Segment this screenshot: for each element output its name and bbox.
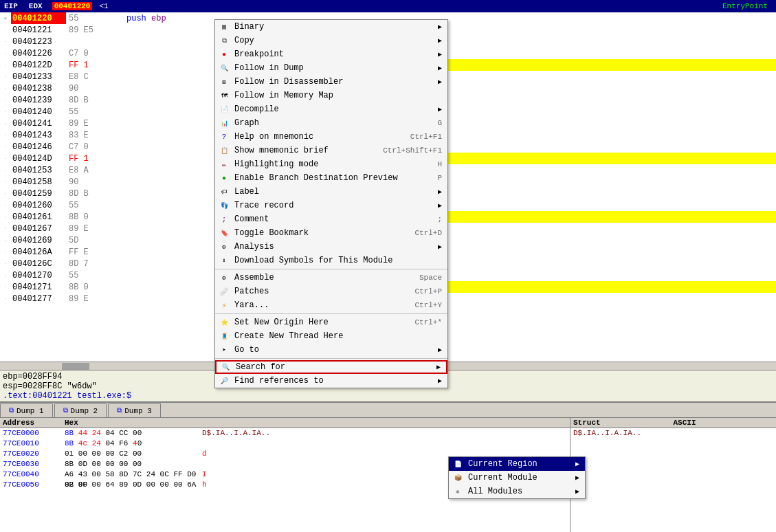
tab-dump1[interactable]: ⧉ Dump 1 xyxy=(0,403,53,417)
analysis-icon: ⚙ xyxy=(218,241,230,253)
copy-icon: ⧉ xyxy=(218,34,230,47)
menu-item-analysis[interactable]: ⚙ Analysis ▶ xyxy=(215,240,447,254)
patches-icon: 🩹 xyxy=(218,285,230,298)
menu-item-comment[interactable]: ; Comment ; xyxy=(215,212,447,226)
menu-label-branch-preview: Enable Branch Destination Preview xyxy=(234,173,398,183)
addr-cell: 00401233 xyxy=(11,71,66,82)
table-row[interactable]: 77CE0010 8B 4c 24 04 F6 40 xyxy=(0,439,570,449)
menu-item-goto[interactable]: ➤ Go to ▶ xyxy=(215,343,447,357)
tab-dump2[interactable]: ⧉ Dump 2 xyxy=(54,403,107,417)
dump-ascii: D$.IA..I.A.IA.. xyxy=(202,428,567,439)
header-bar: EIP EDX 00401220 <1 EntryPoint xyxy=(0,0,776,12)
submenu-item-current-module[interactable]: 📦 Current Module ▶ xyxy=(449,471,585,485)
menu-label-binary: Binary xyxy=(234,22,264,32)
menu-item-find-references[interactable]: 🔎 Find references to ▶ xyxy=(215,374,447,388)
menu-item-show-brief[interactable]: 📋 Show mnemonic brief Ctrl+Shift+F1 xyxy=(215,144,447,157)
current-module-icon: 📦 xyxy=(452,472,464,484)
addr-cell: 00401253 xyxy=(11,164,66,176)
addr-cell: 00401269 xyxy=(11,234,66,246)
dot-icon: ● xyxy=(4,15,8,21)
help-icon: ? xyxy=(218,131,230,143)
struct-col: Struct xyxy=(573,419,674,427)
hex-cell: 83 E xyxy=(66,129,121,141)
menu-item-assemble[interactable]: ⚙ Assemble Space xyxy=(215,271,447,285)
menu-item-toggle-bookmark[interactable]: 🔖 Toggle Bookmark Ctrl+D xyxy=(215,226,447,240)
ascii-row[interactable]: D$.IA..I.A.IA.. xyxy=(570,428,776,439)
findref-arrow: ▶ xyxy=(438,377,442,385)
menu-label-assemble: Assemble xyxy=(234,273,274,282)
submenu-item-current-region[interactable]: 📄 Current Region ▶ xyxy=(449,457,585,471)
menu-item-trace-record[interactable]: 👣 Trace record ▶ xyxy=(215,199,447,212)
addr-cell: 00401259 xyxy=(11,188,66,199)
assemble-icon: ⚙ xyxy=(218,271,230,284)
addr-cell: 0040126C xyxy=(11,258,66,269)
table-row[interactable]: 77CE0000 8B 44 24 04 CC 00 D$.IA..I.A.IA… xyxy=(0,428,570,439)
current-addr: 00401220 xyxy=(52,2,93,10)
binary-icon: ▦ xyxy=(218,21,230,33)
menu-item-follow-dump[interactable]: 🔍 Follow in Dump ▶ xyxy=(215,61,447,75)
menu-label-comment: Comment xyxy=(234,214,269,224)
entry-point-label: EntryPoint xyxy=(722,2,768,10)
submenu-item-all-modules[interactable]: ✱ All Modules ▶ xyxy=(449,485,585,498)
menu-label-graph: Graph xyxy=(234,118,259,128)
dot-icon: · xyxy=(4,167,8,173)
menu-label-help-mnemonic: Help on mnemonic xyxy=(234,132,313,142)
menu-item-follow-disasm[interactable]: ⊞ Follow in Disassembler ▶ xyxy=(215,75,447,89)
menu-item-create-thread[interactable]: 🧵 Create New Thread Here xyxy=(215,329,447,343)
tab-dump3[interactable]: ⧉ Dump 3 xyxy=(108,403,161,417)
hex-cell: 89 E xyxy=(66,223,121,234)
decompile-arrow: ▶ xyxy=(438,105,442,113)
menu-label-follow-dump: Follow in Dump xyxy=(234,63,304,73)
dot-icon: · xyxy=(4,62,8,68)
label-icon: 🏷 xyxy=(218,186,230,198)
hex-cell: 8B 0 xyxy=(66,211,121,223)
menu-label-create-thread: Create New Thread Here xyxy=(234,331,343,341)
menu-label-toggle-bookmark: Toggle Bookmark xyxy=(234,228,309,238)
menu-item-set-origin[interactable]: ⭐ Set New Origin Here Ctrl+* xyxy=(215,315,447,329)
menu-separator-2 xyxy=(215,313,447,314)
menu-item-search-for[interactable]: 🔍 Search for ▶ xyxy=(215,360,447,374)
highlight-shortcut: H xyxy=(437,160,442,168)
dot-icon: · xyxy=(4,144,8,150)
tab-dump1-label: Dump 1 xyxy=(16,407,44,415)
menu-label-analysis: Analysis xyxy=(234,242,274,252)
menu-item-copy[interactable]: ⧉ Copy ▶ xyxy=(215,34,447,47)
hex-cell: C7 0 xyxy=(66,47,121,59)
menu-item-label[interactable]: 🏷 Label ▶ xyxy=(215,185,447,199)
menu-item-breakpoint[interactable]: ● Breakpoint ▶ xyxy=(215,47,447,61)
menu-item-graph[interactable]: 📊 Graph G xyxy=(215,116,447,130)
menu-item-decompile[interactable]: 📄 Decompile ▶ xyxy=(215,102,447,116)
hex-cell: E8 A xyxy=(66,164,121,176)
search-submenu[interactable]: 📄 Current Region ▶ 📦 Current Module ▶ ✱ … xyxy=(448,456,586,499)
menu-item-binary[interactable]: ▦ Binary ▶ xyxy=(215,20,447,34)
menu-item-help-mnemonic[interactable]: ? Help on mnemonic Ctrl+F1 xyxy=(215,130,447,144)
menu-item-yara[interactable]: ⚡ Yara... Ctrl+Y xyxy=(215,298,447,312)
addr-header: Address xyxy=(3,419,65,427)
copy-arrow: ▶ xyxy=(438,36,442,45)
hex-cell: 89 E xyxy=(66,118,121,129)
menu-item-branch-preview[interactable]: ● Enable Branch Destination Preview P xyxy=(215,171,447,185)
menu-item-highlighting[interactable]: ✏ Highlighting mode H xyxy=(215,157,447,171)
struct-header: Struct ASCII xyxy=(570,418,776,428)
hex-header: Hex xyxy=(65,419,202,427)
dump-addr: 77CE0000 xyxy=(3,428,65,439)
dot-icon: · xyxy=(4,97,8,103)
menu-item-patches[interactable]: 🩹 Patches Ctrl+P xyxy=(215,285,447,298)
addr-cell: 00401223 xyxy=(11,36,66,47)
hex-cell: FF 1 xyxy=(66,59,121,71)
ascii-header-left xyxy=(202,419,567,427)
bottom-section: ⧉ Dump 1 ⧉ Dump 2 ⧉ Dump 3 Address Hex 7… xyxy=(0,401,776,532)
dump-hex: 01 00 00 00 C2 00 xyxy=(65,449,202,459)
dot-icon: · xyxy=(4,237,8,243)
menu-label-breakpoint: Breakpoint xyxy=(234,49,284,59)
scrollbar-thumb[interactable] xyxy=(62,363,89,370)
dump-hex: 8B 0D 00 00 00 00 xyxy=(65,459,202,469)
menu-item-follow-memmap[interactable]: 🗺 Follow in Memory Map xyxy=(215,89,447,102)
follow-dump-icon: 🔍 xyxy=(218,62,230,74)
dot-icon: · xyxy=(4,27,8,33)
context-menu[interactable]: ▦ Binary ▶ ⧉ Copy ▶ ● Breakpoint ▶ 🔍 Fol… xyxy=(214,19,448,388)
dot-icon: · xyxy=(4,214,8,220)
dot-icon: · xyxy=(4,284,8,290)
graph-shortcut: G xyxy=(437,119,442,127)
menu-item-download-symbols[interactable]: ⬇ Download Symbols for This Module xyxy=(215,254,447,267)
